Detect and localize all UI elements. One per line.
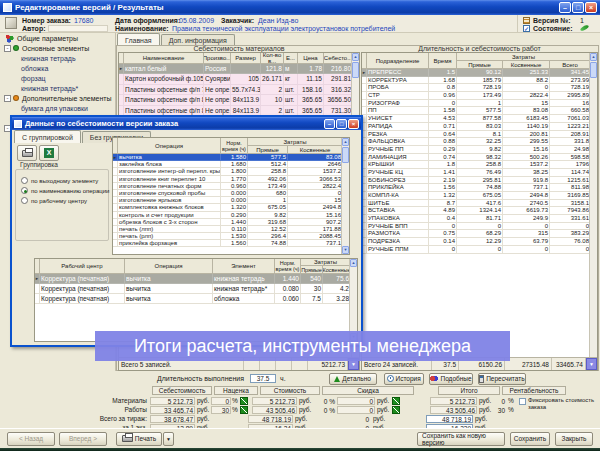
table-row[interactable]: ►каптал белыйРоссия121.8м1.78216.80	[119, 64, 359, 74]
maximize-icon[interactable]: □	[572, 2, 584, 13]
table-row[interactable]: КОМПЛ-КА1.32675.052494.83169.85	[362, 192, 597, 200]
scroll-up-icon[interactable]: ▲	[350, 259, 357, 267]
column-header[interactable]: Кол-во в...	[261, 53, 284, 64]
table-row[interactable]: контроль и счет продукции0.2909.8215.16	[113, 212, 349, 219]
column-header[interactable]: Норм. время (ч)	[221, 138, 248, 154]
table-row[interactable]: комплектовка книжных блоков1.320675.0524…	[113, 204, 349, 211]
table-row[interactable]: ►вычитка1.580577.583.08	[113, 154, 349, 161]
sidebar-item[interactable]: -Дополнительные элементы	[2, 93, 114, 103]
table-row[interactable]: ФАЛЬЦОВКА0.8832.25299.55331.8	[362, 138, 597, 146]
table-row[interactable]: заклейка блока1.680512.42646	[113, 161, 349, 168]
table-row[interactable]: изготовление ярлыков0.000115	[113, 197, 349, 204]
table-row[interactable]: КОРРЕКТУРА1.68185.7988.2273.99	[362, 77, 597, 85]
table-row[interactable]: Корректура (печатная)вычиткаобложка0.060…	[35, 294, 357, 304]
table-row[interactable]: ЛАМИНАЦИЯ0.7498.32500.26598.58	[362, 154, 597, 162]
table-row[interactable]: ПРОБА0.8728.190728.19	[362, 84, 597, 92]
sidebar-item[interactable]: -Основные элементы	[2, 43, 114, 53]
dialog-minimize-icon[interactable]: –	[324, 119, 335, 129]
scroll-down-icon[interactable]: ▼	[342, 246, 349, 254]
scroll-thumb[interactable]	[342, 147, 349, 163]
table-row[interactable]: КРЫШКИ1.8258.81537.21796	[362, 161, 597, 169]
table-row[interactable]: РУЧНЫЕ КЦ1.4176.4938.25114.74	[362, 169, 597, 177]
edit-markup-icon[interactable]	[240, 397, 248, 405]
table-row[interactable]: РУЧНЫЕ ППМ0000	[362, 246, 597, 254]
table-row[interactable]: ВСТАВКА4.891324.146619.737943.86	[362, 207, 597, 215]
edit-discount-icon[interactable]	[392, 406, 400, 414]
column-header[interactable]: Прямые	[248, 146, 288, 154]
save-as-new-version-button[interactable]: Сохранить как новую версию	[417, 432, 505, 446]
column-header[interactable]: Косвенные	[288, 146, 343, 154]
duration-field[interactable]: 37.5	[250, 374, 276, 383]
scroll-up-icon[interactable]: ▲	[352, 53, 359, 61]
tree-expander-icon[interactable]: -	[4, 45, 11, 52]
sidebar-item[interactable]: бумага для упаковки	[2, 103, 114, 113]
table-row[interactable]: изготовление печатных форм0.960173.49282…	[113, 183, 349, 190]
table-row[interactable]: РИЗОГРАФ011516	[362, 100, 597, 108]
column-header[interactable]: Наименование	[124, 53, 204, 64]
state-checkbox-icon[interactable]: ✓	[523, 25, 530, 32]
dialog-close-icon[interactable]: ×	[348, 119, 359, 129]
column-header[interactable]: Подразделение	[367, 53, 429, 69]
column-header[interactable]: Норм. время (ч)	[275, 259, 301, 274]
sidebar-item[interactable]: обложка	[2, 63, 114, 73]
dialog-maximize-icon[interactable]: □	[336, 119, 347, 129]
table-row[interactable]: ШИТЬЕ8.7417.62740.53158.1	[362, 200, 597, 208]
dialog-titlebar[interactable]: Данные по себестоимости версии заказа – …	[12, 117, 361, 130]
column-header[interactable]: Рабочий центр	[40, 259, 125, 274]
workcenter-scrollbar[interactable]: ▲ ▼	[349, 259, 357, 341]
column-header[interactable]: Всего	[550, 61, 591, 69]
radio-by-operation-name[interactable]: по наименованию операции	[21, 187, 109, 194]
print-report-button[interactable]	[17, 145, 37, 161]
column-header[interactable]: Затраты	[248, 138, 343, 146]
table-row[interactable]: изготовление интегр-ой перепл. крышки1.8…	[113, 168, 349, 175]
edit-markup-icon[interactable]	[240, 406, 248, 414]
author-field[interactable]	[48, 25, 108, 32]
sidebar-item[interactable]: книжная тетрадь	[2, 53, 114, 63]
table-row[interactable]: РУЧНЫЕ ВПП0000	[362, 223, 597, 231]
column-header[interactable]: Размер	[231, 53, 261, 64]
footer-dropdown-icon[interactable]: ▼	[586, 358, 597, 370]
close-button[interactable]: Закрыть	[555, 432, 593, 446]
tree-expander-icon[interactable]: -	[4, 95, 11, 102]
edit-discount-icon[interactable]	[392, 397, 400, 405]
column-header[interactable]: Себесто...	[324, 53, 353, 64]
column-header[interactable]: Элемент	[213, 259, 275, 274]
sidebar-item[interactable]: Общие параметры	[2, 33, 114, 43]
column-header[interactable]: Прямые	[457, 61, 503, 69]
table-row[interactable]: УНИСЕТ4.53877.586183.457061.03	[362, 115, 597, 123]
column-header[interactable]: Затраты	[457, 53, 591, 61]
column-header[interactable]: Цена	[298, 53, 324, 64]
print-dropdown-icon[interactable]: ▼	[163, 432, 174, 446]
sidebar-item[interactable]: форзац	[2, 73, 114, 83]
column-header[interactable]: Произво...	[204, 53, 231, 64]
table-row[interactable]: Корректура (печатная)вычиткакнижная тетр…	[35, 284, 357, 294]
table-row[interactable]: БОБИНОРЕЗ2.19295.81919.81215.61	[362, 177, 597, 185]
table-row[interactable]: печать (лпп)0.11012.52171.88	[113, 226, 349, 233]
table-row[interactable]: ПРИКЛЕЙКА1.5674.88737.1811.98	[362, 184, 597, 192]
similar-button[interactable]: Подобные	[429, 373, 473, 385]
table-row[interactable]: обрезка блоков с 3-х сторон1.440319.6890…	[113, 219, 349, 226]
radio-by-output-element[interactable]: по выходному элементу	[21, 177, 98, 184]
column-header[interactable]: Прямые	[301, 266, 323, 274]
column-header[interactable]: Косвенные	[503, 61, 550, 69]
table-row[interactable]: РАПИДА0.7183.031140.191223.21	[362, 123, 597, 131]
table-row[interactable]: СТР0.96173.492822.42995.89	[362, 92, 597, 100]
table-row[interactable]: УПАКОВКА0.481.71249.9331.61	[362, 215, 597, 223]
detail-button[interactable]: Детально	[329, 373, 377, 385]
column-header[interactable]: Е...	[284, 53, 298, 64]
scroll-up-icon[interactable]: ▲	[342, 138, 349, 146]
recalculate-button[interactable]: Пересчитать	[478, 373, 526, 385]
scroll-thumb[interactable]	[352, 62, 359, 78]
tab-grouped[interactable]: С группировкой	[14, 130, 81, 143]
column-header[interactable]: Косвенные	[323, 266, 351, 274]
radio-by-work-center[interactable]: по рабочему центру	[21, 197, 87, 204]
table-row[interactable]: ►Корректура (печатная)вычиткакнижная тет…	[35, 274, 357, 284]
scroll-thumb[interactable]	[590, 62, 597, 78]
sidebar-item[interactable]: книжная тетрадь*	[2, 83, 114, 93]
works-scrollbar[interactable]: ▲	[589, 53, 597, 357]
print-button[interactable]: Печать	[116, 432, 162, 446]
table-row[interactable]: Пластины офсетные ф/п 840х1139...Не опре…	[119, 95, 359, 105]
save-button[interactable]: Сохранить	[510, 432, 550, 446]
table-row[interactable]: Картон коробочный ф.105-250гр. ...Суоярв…	[119, 74, 359, 84]
close-icon[interactable]: ×	[585, 2, 597, 13]
